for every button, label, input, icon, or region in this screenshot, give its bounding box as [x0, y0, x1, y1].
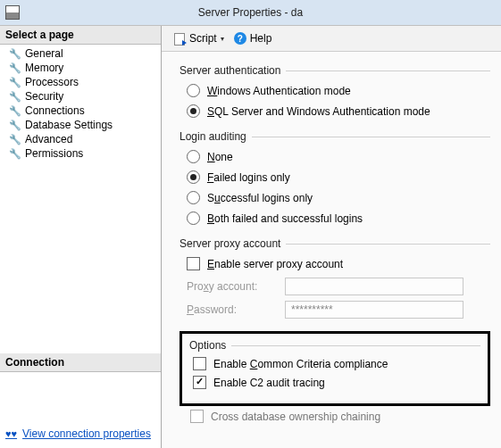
option-label: Enable C2 audit tracing — [213, 377, 325, 389]
page-list: 🔧 General 🔧 Memory 🔧 Processors 🔧 Securi… — [0, 45, 161, 164]
sidebar: Select a page 🔧 General 🔧 Memory 🔧 Proce… — [0, 26, 162, 448]
option-label: None — [207, 151, 233, 163]
server-authentication-group: Server authentication Windows Authentica… — [180, 64, 490, 118]
checkbox-icon[interactable] — [187, 257, 200, 270]
option-label: Enable server proxy account — [207, 258, 343, 270]
server-proxy-group: Server proxy account Enable server proxy… — [180, 237, 490, 319]
wrench-icon: 🔧 — [9, 148, 21, 160]
toolbar: Script ▾ ? Help — [162, 26, 501, 52]
connection-icon: ♥♥ — [5, 428, 17, 439]
sidebar-item-processors[interactable]: 🔧 Processors — [0, 75, 161, 89]
sidebar-item-database-settings[interactable]: 🔧 Database Settings — [0, 118, 161, 132]
radio-icon[interactable] — [187, 150, 200, 163]
connection-link-label: View connection properties — [22, 427, 151, 440]
script-button[interactable]: Script ▾ — [169, 29, 229, 47]
wrench-icon: 🔧 — [9, 91, 21, 103]
sidebar-item-label: Advanced — [25, 133, 72, 145]
chevron-down-icon[interactable]: ▾ — [221, 35, 224, 43]
auth-sql-mode-option[interactable]: SQL Server and Windows Authentication mo… — [187, 104, 490, 118]
option-label: Both failed and successful logins — [207, 212, 363, 225]
sidebar-item-general[interactable]: 🔧 General — [0, 46, 161, 61]
help-label: Help — [250, 32, 272, 45]
wrench-icon: 🔧 — [9, 134, 21, 145]
proxy-password-input[interactable] — [285, 301, 463, 319]
group-legend: Login auditing — [180, 130, 246, 143]
window-title: Server Properties - da — [198, 6, 303, 19]
cross-db-ownership-checkbox[interactable]: Cross database ownership chaining — [190, 410, 490, 423]
checkbox-icon[interactable] — [193, 357, 206, 370]
login-auditing-group: Login auditing None Failed logins only — [180, 130, 490, 225]
enable-proxy-checkbox[interactable]: Enable server proxy account — [187, 257, 490, 270]
c2-audit-checkbox[interactable]: Enable C2 audit tracing — [193, 376, 480, 389]
checkbox-icon[interactable] — [190, 410, 204, 423]
group-legend: Server proxy account — [180, 237, 280, 250]
option-label: Enable Common Criteria compliance — [213, 358, 388, 370]
radio-icon[interactable] — [187, 170, 200, 184]
wrench-icon: 🔧 — [9, 120, 21, 131]
help-icon: ? — [234, 32, 246, 45]
radio-icon[interactable] — [187, 191, 200, 204]
select-page-header: Select a page — [0, 26, 161, 45]
wrench-icon: 🔧 — [9, 77, 21, 88]
proxy-account-label: Proxy account: — [187, 280, 285, 293]
sidebar-item-label: Memory — [25, 62, 63, 74]
proxy-account-input[interactable] — [285, 278, 463, 295]
options-group-highlight: Options Enable Common Criteria complianc… — [180, 331, 490, 406]
script-icon — [173, 32, 186, 45]
title-bar: Server Properties - da — [0, 0, 501, 26]
audit-both-option[interactable]: Both failed and successful logins — [187, 212, 490, 225]
proxy-password-label: Password: — [187, 303, 285, 316]
view-connection-properties-link[interactable]: ♥♥ View connection properties — [5, 427, 151, 440]
auth-windows-mode-option[interactable]: Windows Authentication mode — [187, 84, 490, 97]
audit-failed-option[interactable]: Failed logins only — [187, 170, 490, 184]
wrench-icon: 🔧 — [9, 105, 21, 117]
help-button[interactable]: ? Help — [234, 32, 272, 45]
group-legend: Options — [189, 339, 226, 352]
radio-icon[interactable] — [187, 84, 200, 97]
app-icon — [5, 5, 20, 20]
sidebar-item-permissions[interactable]: 🔧 Permissions — [0, 146, 161, 161]
checkbox-icon[interactable] — [193, 376, 206, 389]
audit-success-option[interactable]: Successful logins only — [187, 191, 490, 204]
option-label: Successful logins only — [207, 192, 313, 204]
connection-panel: ♥♥ View connection properties — [0, 372, 161, 448]
audit-none-option[interactable]: None — [187, 150, 490, 163]
group-legend: Server authentication — [180, 64, 280, 77]
sidebar-item-label: General — [25, 47, 63, 60]
content-area: Server authentication Windows Authentica… — [162, 52, 501, 448]
sidebar-item-label: Processors — [25, 76, 79, 88]
connection-header: Connection — [0, 353, 161, 372]
script-label: Script — [189, 32, 217, 45]
option-label: SQL Server and Windows Authentication mo… — [207, 105, 430, 118]
radio-icon[interactable] — [187, 104, 200, 118]
sidebar-item-advanced[interactable]: 🔧 Advanced — [0, 132, 161, 146]
sidebar-item-security[interactable]: 🔧 Security — [0, 89, 161, 104]
sidebar-item-label: Security — [25, 90, 63, 103]
sidebar-item-label: Database Settings — [25, 119, 113, 131]
wrench-icon: 🔧 — [9, 48, 21, 60]
sidebar-item-connections[interactable]: 🔧 Connections — [0, 104, 161, 118]
option-label: Failed logins only — [207, 171, 290, 184]
sidebar-item-label: Connections — [25, 104, 85, 117]
radio-icon[interactable] — [187, 212, 200, 225]
common-criteria-checkbox[interactable]: Enable Common Criteria compliance — [193, 357, 480, 370]
wrench-icon: 🔧 — [9, 62, 21, 74]
option-label: Cross database ownership chaining — [211, 411, 380, 423]
sidebar-item-memory[interactable]: 🔧 Memory — [0, 61, 161, 75]
sidebar-item-label: Permissions — [25, 147, 83, 160]
option-label: Windows Authentication mode — [207, 85, 351, 97]
